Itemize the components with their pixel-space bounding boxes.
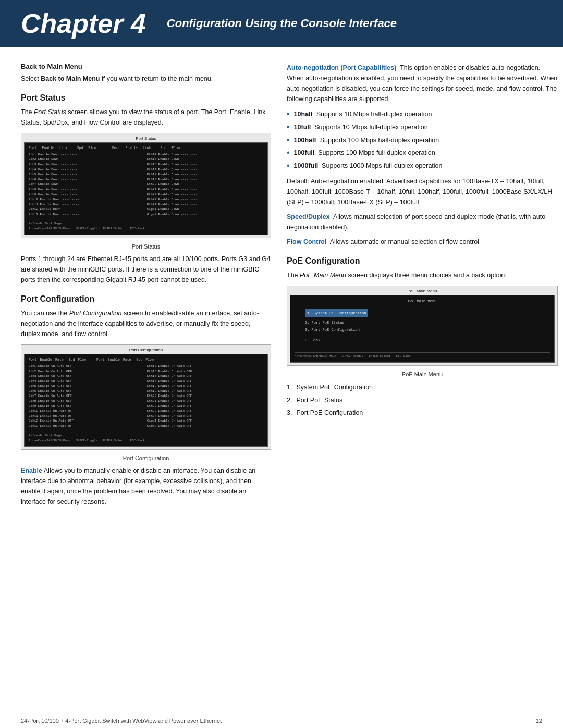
chapter-title: Chapter 4 bbox=[21, 8, 146, 39]
poe-list-num-1: 1. bbox=[287, 382, 292, 392]
auto-neg-term: Auto-negotiation (Port Capabilities) bbox=[287, 64, 396, 71]
bullet-dot-5: • bbox=[287, 162, 290, 170]
cap-100full: • 100full Supports 100 Mbps full-duplex … bbox=[287, 148, 558, 158]
speed-duplex-term: Speed/Duplex bbox=[287, 213, 330, 220]
poe-menu-screenshot: PoE Main Menu PoE Main Menu 1. System Po… bbox=[287, 286, 558, 366]
enable-body: Enable Allows you to manually enable or … bbox=[21, 465, 271, 507]
port-status-console: PortEnableLinkSpdFlow PortEnableLinkSpdF… bbox=[24, 142, 268, 235]
enable-term: Enable bbox=[21, 467, 42, 474]
poe-numbered-list: 1. System PoE Configuration 2. Port PoE … bbox=[287, 382, 558, 418]
port-status-caption: Port Status bbox=[21, 243, 271, 250]
flow-control-term: Flow Control bbox=[287, 238, 326, 245]
back-to-main-body: Select Back to Main Menu if you want to … bbox=[21, 73, 271, 84]
page-footer: 24-Port 10/100 + 4-Port Gigabit Switch w… bbox=[0, 713, 563, 728]
port-status-heading: Port Status bbox=[21, 93, 271, 103]
poe-list-item-1: 1. System PoE Configuration bbox=[287, 382, 558, 392]
left-column: Back to Main Menu Select Back to Main Me… bbox=[21, 63, 271, 511]
poe-list-text-2: Port PoE Status bbox=[296, 396, 342, 405]
capabilities-list: • 10half Supports 10 Mbps half-duplex op… bbox=[287, 109, 558, 171]
cap-10half-text: 10half Supports 10 Mbps half-duplex oper… bbox=[294, 109, 432, 119]
cap-10full: • 10full Supports 10 Mbps full-duplex op… bbox=[287, 122, 558, 132]
port-config-screenshot: Port Configuration PortEnableRateSpdFlow… bbox=[21, 344, 271, 450]
poe-list-item-2: 2. Port PoE Status bbox=[287, 396, 558, 405]
footer-product: 24-Port 10/100 + 4-Port Gigabit Switch w… bbox=[21, 718, 222, 724]
port-config-console: PortEnableRateSpdFlow PortEnableRateSpdF… bbox=[24, 354, 268, 447]
port-status-screenshot: Port Status PortEnableLinkSpdFlow PortEn… bbox=[21, 133, 271, 238]
bullet-dot-2: • bbox=[287, 123, 290, 131]
poe-list-text-1: System PoE Configuration bbox=[296, 382, 373, 392]
port-config-body: You can use the Port Configuration scree… bbox=[21, 308, 271, 339]
cap-100half-text: 100half Supports 100 Mbps half-duplex op… bbox=[294, 135, 439, 145]
back-to-main-heading: Back to Main Menu bbox=[21, 63, 271, 70]
port-status-body: The Port Status screen allows you to vie… bbox=[21, 107, 271, 128]
poe-list-num-2: 2. bbox=[287, 396, 292, 405]
poe-menu-caption: PoE Main Menu bbox=[287, 371, 558, 377]
default-text: Default: Auto-negotiation enabled; Adver… bbox=[287, 176, 558, 207]
cap-100full-text: 100full Supports 100 Mbps full-duplex op… bbox=[294, 148, 435, 158]
right-column: Auto-negotiation (Port Capabilities) Thi… bbox=[287, 63, 558, 511]
port-status-screen-title: Port Status bbox=[24, 136, 268, 141]
footer-page: 12 bbox=[536, 718, 542, 724]
port-config-caption: Port Configuration bbox=[21, 455, 271, 461]
bullet-dot-4: • bbox=[287, 149, 290, 157]
speed-duplex-body: Speed/Duplex Allows manual selection of … bbox=[287, 212, 558, 232]
poe-config-heading: PoE Configuration bbox=[287, 256, 558, 266]
port-config-screen-title: Port Configuration bbox=[24, 348, 268, 352]
poe-list-text-3: Port PoE Configuration bbox=[296, 408, 363, 418]
poe-config-body: The PoE Main Menu screen displays three … bbox=[287, 270, 558, 280]
poe-menu-screen-title: PoE Main Menu bbox=[290, 289, 555, 293]
cap-1000full-text: 1000full Supports 1000 Mbps full-duplex … bbox=[294, 161, 443, 171]
bullet-dot: • bbox=[287, 110, 290, 118]
port-status-description: Ports 1 through 24 are Ethernet RJ-45 po… bbox=[21, 254, 271, 285]
cap-100half: • 100half Supports 100 Mbps half-duplex … bbox=[287, 135, 558, 145]
page-header: Chapter 4 Configuration Using the Consol… bbox=[0, 0, 563, 47]
cap-1000full: • 1000full Supports 1000 Mbps full-duple… bbox=[287, 161, 558, 171]
flow-control-body: Flow Control Allows automatic or manual … bbox=[287, 237, 558, 247]
poe-list-num-3: 3. bbox=[287, 408, 292, 418]
bullet-dot-3: • bbox=[287, 136, 290, 144]
cap-10half: • 10half Supports 10 Mbps half-duplex op… bbox=[287, 109, 558, 119]
cap-10full-text: 10full Supports 10 Mbps full-duplex oper… bbox=[294, 122, 428, 132]
content-area: Back to Main Menu Select Back to Main Me… bbox=[0, 47, 563, 527]
chapter-subtitle: Configuration Using the Console Interfac… bbox=[167, 17, 397, 30]
auto-neg-body: Auto-negotiation (Port Capabilities) Thi… bbox=[287, 63, 558, 104]
poe-menu-console: PoE Main Menu 1. System PoE Configuratio… bbox=[290, 295, 555, 363]
poe-list-item-3: 3. Port PoE Configuration bbox=[287, 408, 558, 418]
port-config-heading: Port Configuration bbox=[21, 294, 271, 304]
